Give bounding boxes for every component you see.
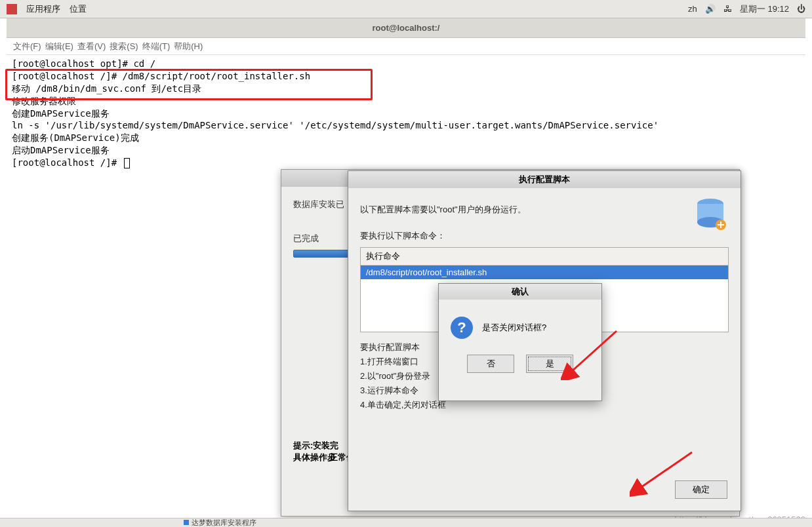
menu-file[interactable]: 文件(F): [13, 41, 41, 52]
places-menu[interactable]: 位置: [70, 3, 87, 15]
terminal-titlebar[interactable]: root@localhost:/: [7, 18, 805, 38]
volume-icon[interactable]: 🔊: [705, 4, 716, 14]
app-menu-icon: [7, 4, 17, 14]
power-icon[interactable]: ⏻: [797, 4, 805, 14]
bottom-taskbar: 达梦数据库安装程序: [0, 518, 812, 527]
terminal-body[interactable]: [root@localhost opt]# cd / [root@localho…: [7, 55, 805, 172]
term-line: 移动 /dm8/bin/dm_svc.conf 到/etc目录: [12, 83, 800, 95]
term-line: 创建DmAPService服务: [12, 107, 800, 120]
menu-search[interactable]: 搜索(S): [110, 41, 138, 52]
script-dialog-titlebar[interactable]: 执行配置脚本: [348, 171, 741, 188]
command-cell[interactable]: /dm8/script/root/root_installer.sh: [361, 265, 728, 279]
term-line: ln -s '/usr/lib/systemd/system/DmAPServi…: [12, 119, 800, 132]
applications-menu[interactable]: 应用程序: [26, 3, 60, 15]
menu-edit[interactable]: 编辑(E): [45, 41, 73, 52]
terminal-cursor: [124, 158, 130, 168]
term-line: [root@localhost opt]# cd /: [12, 58, 800, 70]
term-line: [root@localhost /]# /dm8/script/root/roo…: [12, 70, 800, 83]
term-line: 启动DmAPService服务: [12, 144, 800, 157]
confirm-message: 是否关闭对话框?: [482, 322, 546, 334]
terminal-menubar: 文件(F) 编辑(E) 查看(V) 搜索(S) 终端(T) 帮助(H): [7, 38, 805, 55]
taskbar-item[interactable]: 达梦数据库安装程序: [184, 518, 256, 527]
confirm-titlebar[interactable]: 确认: [439, 284, 601, 300]
menu-help[interactable]: 帮助(H): [174, 41, 203, 52]
hint-line-1: 提示:安装完: [293, 440, 338, 452]
script-line-1: 以下配置脚本需要以"root"用户的身份运行。: [360, 204, 729, 216]
term-line: 创建服务(DmAPService)完成: [12, 132, 800, 144]
menu-view[interactable]: 查看(V): [77, 41, 106, 52]
database-icon: [691, 195, 730, 234]
ok-button[interactable]: 确定: [675, 480, 727, 499]
command-table-header: 执行命令: [361, 248, 728, 265]
question-icon: ?: [451, 317, 473, 339]
network-icon[interactable]: 🖧: [723, 4, 732, 14]
confirm-dialog: 确认 ? 是否关闭对话框? 否 是: [438, 283, 602, 401]
menu-terminal[interactable]: 终端(T): [142, 41, 171, 52]
clock-label[interactable]: 星期一 19:12: [740, 3, 789, 15]
term-line: 修改服务器权限: [12, 95, 800, 107]
script-line-2: 要执行以下脚本命令：: [360, 230, 729, 242]
gnome-top-panel: 应用程序 位置 zh 🔊 🖧 星期一 19:12 ⏻: [0, 0, 812, 18]
no-button[interactable]: 否: [467, 355, 514, 373]
term-line: [root@localhost /]#: [12, 157, 800, 169]
yes-button[interactable]: 是: [526, 355, 573, 373]
lang-indicator[interactable]: zh: [688, 4, 697, 14]
